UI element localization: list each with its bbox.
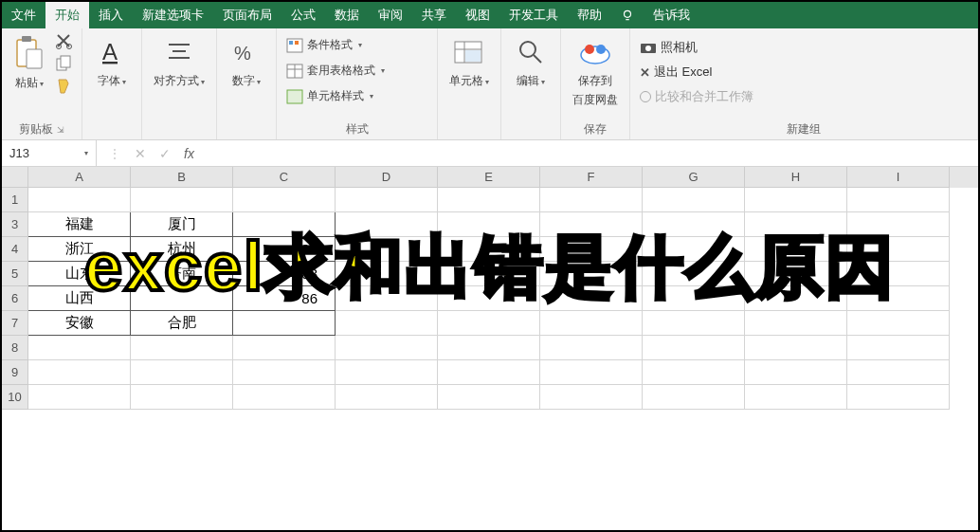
alignment-button[interactable]: 对齐方式▾ [150,32,209,91]
col-header-C[interactable]: C [233,167,336,188]
cell[interactable] [28,336,131,360]
cell[interactable] [847,237,950,262]
cell[interactable] [745,360,847,385]
cell[interactable]: 福建 [28,212,131,237]
format-painter-icon[interactable] [55,78,74,95]
cell[interactable] [540,336,643,360]
cell[interactable]: 杭州 [131,237,233,262]
clipboard-launcher[interactable]: ⇲ [57,125,64,135]
row-header[interactable]: 7 [2,311,28,336]
cut-icon[interactable] [55,32,74,49]
table-format-button[interactable]: 套用表格格式▾ [284,62,387,80]
cell[interactable] [847,360,950,385]
cell[interactable] [233,385,336,410]
cell[interactable]: 厦门 [131,212,233,237]
cell[interactable] [233,188,336,212]
save-baidu-button[interactable]: 保存到 百度网盘 [569,32,622,110]
cell[interactable] [438,237,540,262]
cell[interactable] [745,237,847,262]
copy-icon[interactable] [55,55,74,72]
cell[interactable] [745,336,847,360]
row-header[interactable]: 4 [2,237,28,262]
cell[interactable]: 98 [233,237,336,262]
cell[interactable] [233,311,336,336]
cell[interactable] [847,385,950,410]
cell[interactable] [540,262,643,286]
row-header[interactable]: 3 [2,212,28,237]
col-header-E[interactable]: E [438,167,540,188]
cell[interactable] [438,336,540,360]
cell[interactable]: 浙江 [28,237,131,262]
cell[interactable] [438,188,540,212]
cell[interactable] [336,188,438,212]
camera-button[interactable]: 照相机 [638,38,755,57]
cell[interactable]: 安徽 [28,311,131,336]
cell[interactable] [233,212,336,237]
cell[interactable] [131,286,233,311]
exit-excel-button[interactable]: ✕ 退出 Excel [638,63,755,82]
cell[interactable]: 山东 [28,262,131,286]
menu-help[interactable]: 帮助 [568,2,611,28]
cell[interactable] [233,336,336,360]
cell[interactable] [847,212,950,237]
cell[interactable] [540,286,643,311]
cell[interactable] [540,188,643,212]
col-header-G[interactable]: G [643,167,745,188]
cell[interactable] [745,311,847,336]
cell[interactable] [847,188,950,212]
paste-button[interactable]: 粘贴▾ [9,32,49,93]
cell[interactable] [438,385,540,410]
cell[interactable] [847,336,950,360]
cell[interactable] [745,212,847,237]
menu-tellme-icon[interactable] [611,2,644,28]
formula-input[interactable] [206,140,978,166]
cell[interactable] [745,385,847,410]
name-box-dropdown-icon[interactable]: ▾ [84,149,88,157]
menu-insert[interactable]: 插入 [89,2,133,28]
cell[interactable] [336,311,438,336]
cell[interactable]: 济南 [131,262,233,286]
menu-file[interactable]: 文件 [2,2,45,28]
conditional-format-button[interactable]: 条件格式▾ [284,36,387,54]
menu-pagelayout[interactable]: 页面布局 [213,2,281,28]
cell[interactable] [643,311,745,336]
cell[interactable] [643,360,745,385]
cell[interactable] [336,237,438,262]
cell[interactable] [336,212,438,237]
menu-tellme[interactable]: 告诉我 [644,2,699,28]
cell[interactable]: 合肥 [131,311,233,336]
cell[interactable] [336,336,438,360]
name-box[interactable]: J13 ▾ [2,140,97,166]
cell[interactable] [131,188,233,212]
row-header[interactable]: 8 [2,336,28,360]
row-header[interactable]: 9 [2,360,28,385]
cell[interactable] [336,262,438,286]
number-button[interactable]: % 数字▾ [225,32,268,91]
cell[interactable] [438,286,540,311]
cell[interactable] [643,336,745,360]
col-header-H[interactable]: H [745,167,847,188]
editing-button[interactable]: 编辑▾ [509,32,553,91]
cell[interactable]: 山西 [28,286,131,311]
cell[interactable] [336,385,438,410]
cell[interactable] [438,212,540,237]
cell[interactable] [28,188,131,212]
cell[interactable] [233,360,336,385]
menu-data[interactable]: 数据 [325,2,369,28]
col-header-B[interactable]: B [131,167,233,188]
cell[interactable] [745,262,847,286]
cell[interactable]: 86 [233,286,336,311]
select-all-corner[interactable] [2,167,28,188]
col-header-F[interactable]: F [540,167,643,188]
cell[interactable] [28,360,131,385]
cancel-formula-icon[interactable]: ✕ [135,146,146,161]
cell[interactable] [438,311,540,336]
cell[interactable]: 83 [233,262,336,286]
row-header[interactable]: 6 [2,286,28,311]
font-button[interactable]: A 字体▾ [90,32,134,91]
cell[interactable] [847,262,950,286]
col-header-I[interactable]: I [847,167,950,188]
cell[interactable] [438,262,540,286]
cell[interactable] [540,212,643,237]
cells-button[interactable]: 单元格▾ [445,32,493,91]
